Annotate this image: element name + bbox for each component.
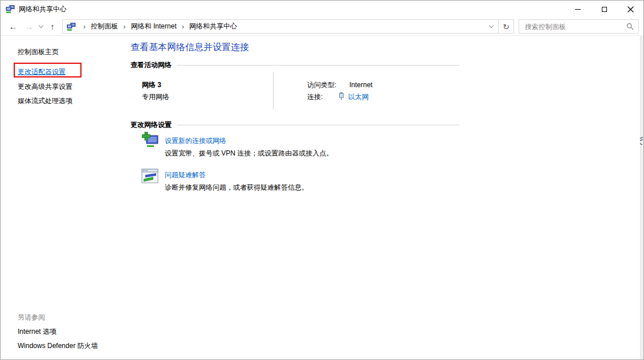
close-icon <box>627 6 634 13</box>
back-button[interactable]: ← <box>5 19 21 34</box>
network-app-icon <box>6 5 15 14</box>
recent-locations-button[interactable] <box>37 19 45 34</box>
forward-button[interactable]: → <box>21 19 37 34</box>
see-also-heading: 另请参阅 <box>18 313 45 322</box>
close-button[interactable] <box>617 1 643 18</box>
connection-ethernet-link[interactable]: 以太网 <box>348 92 369 101</box>
sidebar-item-windows-defender-firewall[interactable]: Windows Defender 防火墙 <box>18 341 98 350</box>
network-sharing-center-window: 网络和共享中心 ← → ↑ › 控制面板 <box>0 0 644 360</box>
minimize-button[interactable] <box>565 1 591 18</box>
location-network-icon <box>67 22 76 31</box>
setup-new-connection-description: 设置宽带、拨号或 VPN 连接；或设置路由器或接入点。 <box>165 149 333 158</box>
scrollbar[interactable] <box>640 36 643 359</box>
navigation-bar: ← → ↑ › 控制面板 › 网络和 Internet › 网络和共享中心 <box>1 18 643 36</box>
edge-overlay-artifact <box>639 136 643 148</box>
page-title: 查看基本网络信息并设置连接 <box>131 42 249 53</box>
troubleshoot-icon <box>141 167 158 187</box>
breadcrumb-network-sharing-center[interactable]: 网络和共享中心 <box>188 22 238 31</box>
troubleshoot-problems-description: 诊断并修复网络问题，或者获得疑难解答信息。 <box>165 183 308 192</box>
sidebar-item-change-adapter-settings[interactable]: 更改适配器设置 <box>18 67 66 76</box>
maximize-button[interactable] <box>591 1 617 18</box>
change-settings-section-header: 更改网络设置 <box>131 120 459 129</box>
sidebar-item-media-streaming-options[interactable]: 媒体流式处理选项 <box>18 96 72 105</box>
breadcrumb-separator: › <box>79 22 89 31</box>
access-type-label: 访问类型: <box>307 80 336 89</box>
breadcrumb-control-panel[interactable]: 控制面板 <box>89 22 119 31</box>
chevron-down-icon <box>489 23 494 27</box>
active-networks-section-header: 查看活动网络 <box>131 60 459 69</box>
breadcrumb-network-internet[interactable]: 网络和 Internet <box>130 22 178 31</box>
section-divider-line <box>177 125 459 125</box>
address-dropdown-button[interactable] <box>484 20 498 33</box>
sidebar-item-control-panel-home[interactable]: 控制面板主页 <box>18 47 59 56</box>
network-panel-divider <box>273 72 274 109</box>
sidebar-item-internet-options[interactable]: Internet 选项 <box>18 327 56 336</box>
breadcrumb-separator: › <box>178 22 188 31</box>
caption-buttons <box>565 1 643 18</box>
breadcrumb-separator: › <box>119 22 129 31</box>
new-connection-icon <box>141 132 159 152</box>
network-name: 网络 3 <box>142 80 161 89</box>
section-divider-line <box>177 65 459 66</box>
refresh-button[interactable]: ↻ <box>498 20 513 33</box>
content-area: 控制面板主页 更改适配器设置 更改高级共享设置 媒体流式处理选项 另请参阅 In… <box>1 36 643 359</box>
network-type: 专用网络 <box>142 92 169 101</box>
search-box <box>519 19 639 34</box>
address-bar[interactable]: › 控制面板 › 网络和 Internet › 网络和共享中心 ↻ <box>62 19 514 34</box>
minimize-icon <box>575 9 581 10</box>
setup-new-connection-link[interactable]: 设置新的连接或网络 <box>165 136 226 145</box>
access-type-value: Internet <box>349 80 373 89</box>
title-bar: 网络和共享中心 <box>1 1 643 18</box>
change-settings-label: 更改网络设置 <box>131 120 172 129</box>
sidebar-item-advanced-sharing-settings[interactable]: 更改高级共享设置 <box>18 82 72 91</box>
window-title: 网络和共享中心 <box>19 5 67 14</box>
troubleshoot-problems-link[interactable]: 问题疑难解答 <box>165 170 206 179</box>
active-networks-label: 查看活动网络 <box>131 60 172 69</box>
search-input[interactable] <box>519 23 626 31</box>
up-button[interactable]: ↑ <box>45 19 60 34</box>
ethernet-icon <box>338 92 345 103</box>
search-icon <box>626 23 634 30</box>
chevron-down-icon <box>39 23 43 27</box>
connection-label: 连接: <box>307 92 323 101</box>
maximize-icon <box>602 7 607 12</box>
